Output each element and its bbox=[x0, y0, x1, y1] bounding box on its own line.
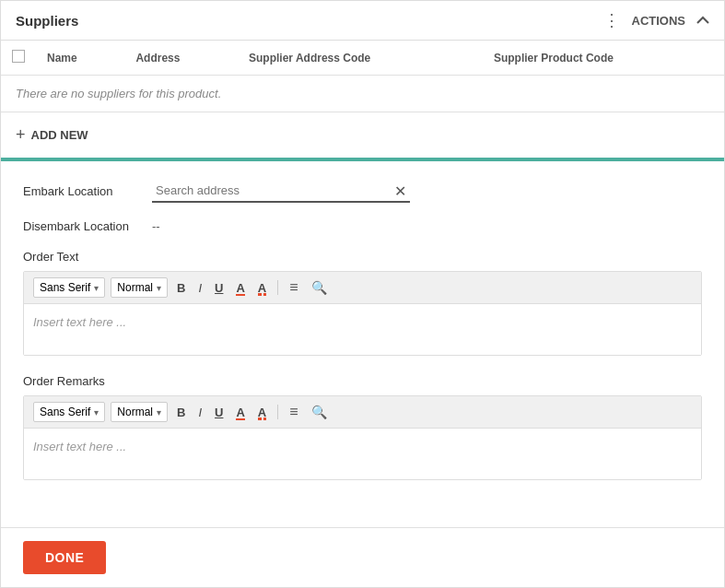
footer-section: DONE bbox=[1, 527, 724, 587]
remarks-font-color-button[interactable]: A bbox=[232, 404, 248, 421]
three-dots-icon[interactable]: ⋮ bbox=[603, 10, 621, 30]
remarks-underline-button[interactable]: U bbox=[211, 404, 227, 421]
select-all-checkbox[interactable] bbox=[12, 50, 25, 63]
suppliers-header-right: ⋮ ACTIONS bbox=[603, 10, 710, 30]
col-supplier-product-code: Supplier Product Code bbox=[483, 41, 724, 76]
col-address: Address bbox=[124, 41, 238, 76]
suppliers-title: Suppliers bbox=[16, 13, 78, 29]
remarks-font-family-arrow: ▾ bbox=[94, 407, 99, 417]
remarks-font-family-select[interactable]: Sans Serif ▾ bbox=[33, 402, 105, 422]
disembark-location-row: Disembark Location -- bbox=[23, 219, 702, 233]
collapse-icon[interactable] bbox=[696, 14, 709, 27]
underline-button[interactable]: U bbox=[211, 279, 227, 297]
plus-icon: + bbox=[16, 125, 26, 145]
order-remarks-label: Order Remarks bbox=[23, 374, 702, 388]
search-address-wrapper: ✕ bbox=[152, 180, 410, 203]
order-remarks-editor: Sans Serif ▾ Normal ▾ B I U A A bbox=[23, 395, 702, 480]
order-text-editor: Sans Serif ▾ Normal ▾ B I U A A bbox=[23, 271, 702, 356]
embark-location-row: Embark Location ✕ bbox=[23, 180, 702, 203]
order-text-label: Order Text bbox=[23, 250, 702, 264]
remarks-font-color-icon: A bbox=[236, 406, 244, 419]
remarks-font-size-select[interactable]: Normal ▾ bbox=[111, 402, 168, 422]
order-remarks-section: Order Remarks Sans Serif ▾ Normal ▾ B I … bbox=[23, 374, 702, 480]
done-button[interactable]: DONE bbox=[23, 541, 106, 574]
disembark-location-label: Disembark Location bbox=[23, 219, 152, 233]
font-family-value: Sans Serif bbox=[40, 281, 90, 294]
disembark-location-value: -- bbox=[152, 219, 160, 233]
remarks-bold-button[interactable]: B bbox=[173, 404, 189, 421]
font-size-arrow: ▾ bbox=[157, 283, 161, 293]
remarks-highlight-icon: A bbox=[258, 406, 266, 419]
order-remarks-toolbar: Sans Serif ▾ Normal ▾ B I U A A bbox=[24, 396, 701, 429]
page-container: Suppliers ⋮ ACTIONS Name Address Supplie… bbox=[0, 0, 725, 588]
col-supplier-address-code: Supplier Address Code bbox=[238, 41, 483, 76]
highlight-button[interactable]: A bbox=[254, 279, 270, 297]
add-new-button[interactable]: + ADD NEW bbox=[16, 125, 88, 145]
font-size-select[interactable]: Normal ▾ bbox=[111, 277, 168, 298]
no-suppliers-row: There are no suppliers for this product. bbox=[1, 76, 724, 112]
order-text-toolbar: Sans Serif ▾ Normal ▾ B I U A A bbox=[24, 272, 701, 304]
remarks-search-button[interactable]: 🔍 bbox=[308, 403, 331, 421]
order-text-section: Order Text Sans Serif ▾ Normal ▾ B I U bbox=[23, 250, 702, 356]
highlight-icon: A bbox=[258, 281, 266, 295]
form-section: Embark Location ✕ Disembark Location -- … bbox=[1, 161, 724, 527]
no-suppliers-text: There are no suppliers for this product. bbox=[1, 76, 724, 112]
embark-location-label: Embark Location bbox=[23, 184, 152, 198]
order-text-body[interactable]: Insert text here ... bbox=[24, 304, 701, 355]
add-new-row: + ADD NEW bbox=[1, 112, 724, 159]
align-button[interactable]: ≡ bbox=[286, 277, 301, 298]
order-remarks-body[interactable]: Insert text here ... bbox=[24, 429, 701, 479]
actions-button[interactable]: ACTIONS bbox=[632, 14, 686, 28]
bold-button[interactable]: B bbox=[173, 279, 189, 297]
remarks-font-family-value: Sans Serif bbox=[40, 406, 90, 418]
search-address-input[interactable] bbox=[152, 180, 410, 203]
remarks-highlight-button[interactable]: A bbox=[254, 404, 270, 421]
remarks-font-size-arrow: ▾ bbox=[157, 407, 161, 417]
font-family-select[interactable]: Sans Serif ▾ bbox=[33, 277, 105, 298]
search-button[interactable]: 🔍 bbox=[308, 278, 331, 297]
italic-button[interactable]: I bbox=[194, 279, 205, 297]
remarks-italic-button[interactable]: I bbox=[194, 404, 205, 421]
font-color-button[interactable]: A bbox=[232, 279, 248, 297]
remarks-font-size-value: Normal bbox=[117, 406, 153, 418]
remarks-toolbar-divider bbox=[277, 405, 278, 419]
suppliers-table: Name Address Supplier Address Code Suppl… bbox=[1, 40, 724, 112]
clear-search-icon[interactable]: ✕ bbox=[394, 182, 406, 200]
toolbar-divider bbox=[277, 280, 278, 295]
suppliers-header: Suppliers ⋮ ACTIONS bbox=[1, 1, 724, 40]
col-name: Name bbox=[36, 41, 124, 76]
font-color-icon: A bbox=[236, 281, 244, 295]
remarks-align-button[interactable]: ≡ bbox=[286, 402, 301, 422]
add-new-label: ADD NEW bbox=[31, 128, 88, 142]
font-size-value: Normal bbox=[117, 281, 153, 294]
font-family-arrow: ▾ bbox=[94, 283, 99, 293]
suppliers-section: Suppliers ⋮ ACTIONS Name Address Supplie… bbox=[1, 1, 724, 161]
